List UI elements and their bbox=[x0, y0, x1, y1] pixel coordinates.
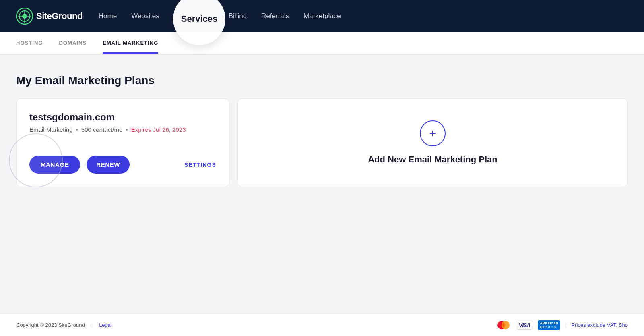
add-plan-card[interactable]: + Add New Email Marketing Plan bbox=[237, 98, 628, 187]
visa-icon: VISA bbox=[516, 321, 533, 330]
footer-right: VISA AMERICANEXPRESS | Prices exclude VA… bbox=[496, 320, 628, 330]
subnav-hosting[interactable]: HOSTING bbox=[16, 33, 43, 54]
footer-copyright: Copyright © 2023 SiteGround bbox=[16, 322, 85, 328]
plan-actions: MANAGE RENEW SETTINGS bbox=[29, 156, 216, 174]
nav-marketplace[interactable]: Marketplace bbox=[303, 9, 341, 23]
footer-sep2: | bbox=[565, 322, 566, 328]
footer-legal-link[interactable]: Legal bbox=[99, 322, 112, 328]
plan-contacts: 500 contact/mo bbox=[81, 126, 123, 133]
subnav-domains[interactable]: DOMAINS bbox=[59, 33, 87, 54]
renew-button[interactable]: RENEW bbox=[87, 156, 130, 174]
logo-text: SiteGround bbox=[36, 11, 83, 21]
logo[interactable]: SiteGround bbox=[16, 8, 83, 25]
subnav-email-marketing[interactable]: EMAIL MARKETING bbox=[103, 33, 158, 54]
main-content: My Email Marketing Plans testsgdomain.co… bbox=[0, 55, 644, 203]
plan-card: testsgdomain.com Email Marketing • 500 c… bbox=[16, 98, 229, 187]
footer-separator: | bbox=[91, 322, 93, 328]
plan-meta-sep1: • bbox=[76, 126, 78, 133]
sub-navigation: HOSTING DOMAINS EMAIL MARKETING bbox=[0, 32, 644, 55]
add-plan-icon: + bbox=[420, 120, 446, 146]
mastercard-icon bbox=[496, 320, 511, 330]
siteground-logo-icon bbox=[16, 8, 33, 25]
top-navigation: SiteGround Home Websites Billing Referra… bbox=[0, 0, 644, 32]
footer-vat-text: Prices exclude VAT. Sho bbox=[572, 322, 628, 328]
page-title: My Email Marketing Plans bbox=[16, 74, 628, 87]
services-spotlight-label: Services bbox=[181, 14, 218, 24]
add-plan-label: Add New Email Marketing Plan bbox=[368, 154, 497, 165]
plan-meta: Email Marketing • 500 contact/mo • Expir… bbox=[29, 126, 216, 133]
footer: Copyright © 2023 SiteGround | Legal VISA… bbox=[0, 313, 644, 336]
plan-domain: testsgdomain.com bbox=[29, 112, 216, 123]
plans-cards-row: testsgdomain.com Email Marketing • 500 c… bbox=[16, 98, 628, 187]
plan-expires: Expires Jul 26, 2023 bbox=[131, 126, 186, 133]
nav-billing[interactable]: Billing bbox=[229, 9, 247, 23]
settings-button[interactable]: SETTINGS bbox=[184, 162, 216, 168]
nav-websites[interactable]: Websites bbox=[131, 9, 159, 23]
amex-icon: AMERICANEXPRESS bbox=[538, 320, 560, 330]
manage-button[interactable]: MANAGE bbox=[29, 156, 80, 174]
nav-home[interactable]: Home bbox=[99, 9, 117, 23]
plan-type: Email Marketing bbox=[29, 126, 73, 133]
nav-referrals[interactable]: Referrals bbox=[261, 9, 289, 23]
plan-meta-sep2: • bbox=[126, 126, 128, 133]
